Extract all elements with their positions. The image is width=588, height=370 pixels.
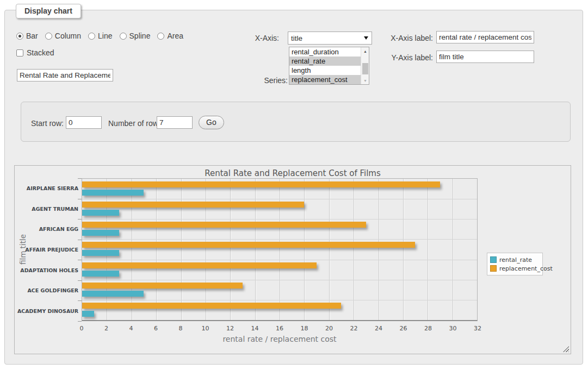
radio-icon[interactable] bbox=[16, 33, 23, 40]
series-option-rental_rate[interactable]: rental_rate bbox=[289, 57, 361, 66]
radio-label: Area bbox=[167, 32, 183, 40]
go-button[interactable]: Go bbox=[199, 116, 224, 129]
checkbox-icon[interactable] bbox=[16, 49, 23, 57]
series-option-replacement_cost[interactable]: replacement_cost bbox=[289, 75, 361, 84]
number-of-rows-input[interactable] bbox=[157, 116, 193, 129]
category-band bbox=[82, 280, 477, 300]
bar-rental_rate bbox=[82, 190, 144, 196]
chart-type-area[interactable]: Area bbox=[157, 32, 183, 40]
series-option-length[interactable]: length bbox=[289, 66, 361, 75]
y-axis-label-input[interactable] bbox=[436, 51, 534, 63]
tick-mark bbox=[78, 280, 82, 281]
radio-label: Column bbox=[55, 32, 81, 40]
chart-legend: rental_ratereplacement_cost bbox=[487, 253, 543, 275]
y-axis-categories: AIRPLANE SIERRAAGENT TRUMANAFRICAN EGGAF… bbox=[15, 178, 78, 321]
radio-icon[interactable] bbox=[120, 33, 127, 40]
x-tick-label: 28 bbox=[424, 325, 432, 332]
x-tick-label: 24 bbox=[375, 325, 382, 332]
x-axis-ticks: 02468101214161820222426283032 bbox=[82, 325, 478, 333]
start-row-label: Start row: bbox=[31, 119, 64, 128]
category-band bbox=[82, 219, 477, 239]
y-axis-label-label: Y-Axis label: bbox=[358, 53, 433, 62]
start-row-input[interactable] bbox=[66, 116, 102, 129]
x-tick-label: 10 bbox=[202, 325, 209, 332]
category-label: AFRICAN EGG bbox=[15, 219, 78, 240]
category-band bbox=[82, 239, 477, 259]
x-tick-label: 6 bbox=[154, 325, 158, 332]
tick-mark bbox=[78, 260, 82, 260]
legend-swatch bbox=[490, 256, 497, 263]
bar-replacement_cost bbox=[82, 181, 440, 187]
x-axis-label-input[interactable] bbox=[436, 31, 534, 43]
x-tick-label: 22 bbox=[350, 325, 358, 332]
chart-type-column[interactable]: Column bbox=[45, 32, 81, 40]
category-label: ACADEMY DINOSAUR bbox=[15, 300, 78, 321]
tick-mark bbox=[78, 300, 82, 301]
category-band bbox=[82, 199, 477, 219]
bar-rental_rate bbox=[82, 210, 119, 216]
bar-replacement_cost bbox=[82, 283, 243, 289]
x-tick-label: 14 bbox=[251, 325, 259, 332]
category-band bbox=[82, 260, 477, 280]
chart-type-bar[interactable]: Bar bbox=[16, 32, 38, 40]
stacked-checkbox-row[interactable]: Stacked bbox=[16, 48, 54, 57]
x-tick-label: 8 bbox=[179, 325, 183, 332]
row-controls-box: Start row: Number of rows: Go bbox=[21, 102, 571, 142]
x-tick-label: 32 bbox=[474, 325, 481, 332]
number-of-rows-label: Number of rows: bbox=[108, 119, 164, 128]
x-tick-label: 30 bbox=[449, 325, 457, 332]
chart-type-line[interactable]: Line bbox=[88, 32, 112, 40]
bar-replacement_cost bbox=[82, 303, 341, 309]
chart-container: Rental Rate and Replacement Cost of Film… bbox=[14, 165, 571, 354]
bars-layer bbox=[82, 179, 477, 320]
category-label: AFFAIR PREJUDICE bbox=[15, 240, 78, 260]
legend-item: replacement_cost bbox=[490, 264, 540, 273]
radio-label: Spline bbox=[129, 32, 151, 40]
radio-icon[interactable] bbox=[45, 33, 52, 40]
x-tick-label: 0 bbox=[80, 325, 84, 332]
legend-item: rental_rate bbox=[490, 255, 540, 264]
x-axis-select-value: title bbox=[291, 34, 302, 42]
series-listbox[interactable]: rental_durationrental_ratelengthreplacem… bbox=[289, 47, 369, 85]
legend-label: replacement_cost bbox=[499, 265, 553, 272]
category-label: AGENT TRUMAN bbox=[15, 199, 78, 220]
tick-mark bbox=[78, 321, 82, 322]
scroll-down-icon[interactable]: ▼ bbox=[361, 77, 369, 84]
tick-mark bbox=[78, 178, 82, 179]
radio-label: Bar bbox=[26, 32, 38, 40]
x-tick-label: 12 bbox=[226, 325, 234, 332]
x-axis-select-label: X-Axis: bbox=[212, 34, 279, 42]
category-label: ACE GOLDFINGER bbox=[15, 280, 78, 301]
chart-title-input[interactable] bbox=[17, 69, 113, 81]
bar-replacement_cost bbox=[82, 262, 317, 268]
bar-rental_rate bbox=[82, 230, 119, 236]
bar-replacement_cost bbox=[82, 202, 304, 208]
radio-icon[interactable] bbox=[157, 33, 164, 40]
chart-title: Rental Rate and Replacement Cost of Film… bbox=[15, 168, 571, 178]
chart-type-spline[interactable]: Spline bbox=[120, 32, 151, 40]
resize-grip-icon[interactable] bbox=[563, 346, 569, 352]
tick-mark bbox=[78, 219, 82, 220]
bar-rental_rate bbox=[82, 311, 94, 317]
series-option-rental_duration[interactable]: rental_duration bbox=[289, 47, 361, 57]
radio-label: Line bbox=[98, 32, 112, 40]
radio-icon[interactable] bbox=[88, 33, 95, 40]
tick-mark bbox=[78, 199, 82, 199]
x-tick-label: 4 bbox=[129, 325, 133, 332]
category-band bbox=[82, 179, 477, 199]
scrollbar-thumb[interactable] bbox=[362, 63, 368, 74]
legend-swatch bbox=[490, 265, 497, 272]
stacked-label: Stacked bbox=[27, 48, 54, 57]
tick-mark bbox=[78, 240, 82, 240]
category-band bbox=[82, 300, 477, 320]
chart-type-row: BarColumnLineSplineArea bbox=[16, 32, 183, 40]
x-tick-label: 18 bbox=[301, 325, 308, 332]
x-axis-title: rental rate / replacement cost bbox=[82, 335, 478, 343]
x-tick-label: 26 bbox=[400, 325, 407, 332]
category-label: ADAPTATION HOLES bbox=[15, 260, 78, 280]
x-axis-label-label: X-Axis label: bbox=[358, 34, 433, 42]
x-tick-label: 16 bbox=[276, 325, 283, 332]
legend-label: rental_rate bbox=[499, 256, 532, 264]
bar-rental_rate bbox=[82, 291, 144, 297]
series-label: Series: bbox=[222, 76, 288, 85]
